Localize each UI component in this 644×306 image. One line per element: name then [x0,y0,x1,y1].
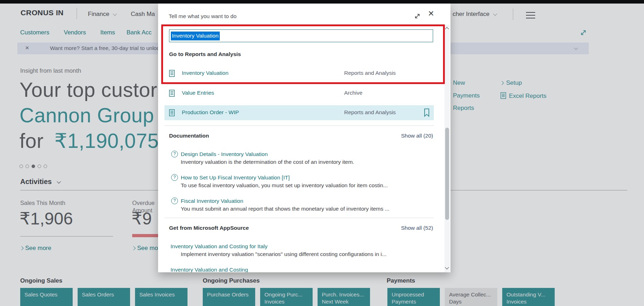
report-icon [169,109,175,116]
appsource-link[interactable]: Inventory Valuation and Costing [170,267,248,272]
app-window: CRONUS IN Finance Cash Ma cher Interface… [0,0,644,306]
section-heading-documentation: Documentation [169,133,209,139]
result-category: Reports and Analysis [344,70,396,76]
show-all-documentation[interactable]: Show all (20) [401,133,433,139]
doc-link[interactable]: Design Details - Inventory Valuation [181,151,268,157]
dialog-divider [164,126,434,126]
expand-dialog-icon[interactable] [414,13,421,20]
result-label: Inventory Valuation [182,70,229,76]
show-all-appsource[interactable]: Show all (52) [401,225,433,231]
selected-search-text: Inventory Valuation [171,32,220,40]
result-label: Value Entries [182,90,214,96]
doc-description: You must submit an annual report that sh… [181,206,390,212]
doc-link[interactable]: Fiscal Inventory Valuation [181,198,243,204]
result-category: Archive [344,90,363,96]
result-row-inventory-valuation[interactable]: Inventory Valuation Reports and Analysis [164,66,434,81]
tell-me-search-input[interactable]: Inventory Valuation [169,29,433,42]
help-icon: ? [171,174,178,181]
doc-link[interactable]: How to Set Up Fiscal Inventory Valuation… [181,174,290,181]
dialog-title: Tell me what you want to do [169,13,236,20]
appsource-description: Implement inventory valuation "scenarios… [181,251,386,257]
section-heading-appsource: Get from Microsoft AppSource [169,225,249,231]
scroll-down-icon[interactable] [445,265,449,269]
doc-description: Inventory valuation is the determination… [181,159,354,165]
help-icon: ? [171,151,178,157]
help-icon: ? [171,197,178,204]
scrollbar-thumb[interactable] [445,128,449,220]
result-label: Production Order - WIP [182,109,239,116]
close-dialog-icon[interactable]: × [428,9,434,18]
tell-me-dialog: Tell me what you want to do × Inventory … [158,4,450,272]
dialog-scrollbar[interactable] [444,25,450,272]
doc-description: To use fiscal inventory valuation, you m… [181,182,388,189]
report-icon [169,70,175,77]
result-category: Reports and Analysis [344,109,396,116]
result-row-production-order-wip[interactable]: Production Order - WIP Reports and Analy… [164,105,434,120]
result-row-value-entries[interactable]: Value Entries Archive [164,85,434,101]
section-heading-pages: Go to Reports and Analysis [169,51,241,57]
bookmark-icon[interactable] [423,108,430,117]
appsource-link[interactable]: Inventory Valuation and Costing for Ital… [170,243,268,250]
scroll-up-icon[interactable] [445,27,449,31]
report-icon [169,90,175,97]
dialog-divider [164,218,434,218]
